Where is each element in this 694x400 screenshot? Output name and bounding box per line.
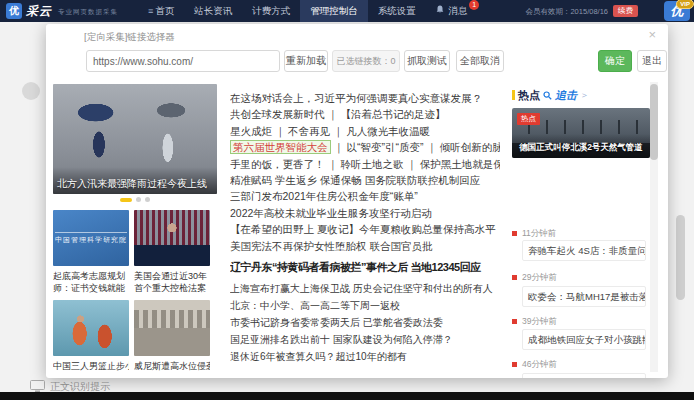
news-link[interactable]: 国足亚洲排名跌出前十 国家队建设为何陷入停滞？ [230, 331, 500, 348]
quit-button[interactable]: 退出 [637, 50, 667, 72]
section-accent-bar [512, 90, 515, 100]
news-link[interactable]: 上海宣布打赢大上海保卫战 历史会记住坚守和付出的所有人 [230, 280, 500, 297]
topbar: 优 采云 专业网页数据采集 ≡首页 站长资讯 计费方式 管理控制台 系统设置 消… [0, 0, 694, 22]
nav-item-console[interactable]: 管理控制台 [300, 0, 368, 22]
news-link[interactable]: 市委书记跻身省委常委两天后 已掌舵省委政法委 [230, 314, 500, 331]
link-selector-dialog: [定向采集]链接选择器 × 重新加载 已选链接数：0 抓取测试 全部取消 确定 … [46, 24, 668, 378]
hot-title: 热点 [518, 88, 540, 103]
magnifier-icon [543, 86, 552, 104]
page-scrollbar[interactable] [676, 215, 685, 300]
brand-tagline: 专业网页数据采集 [58, 8, 118, 17]
carousel-rain-photo[interactable]: 北方入汛来最强降雨过程今夜上线 [53, 84, 217, 194]
headline-link[interactable]: 星火成炬 ｜ 不舍再见 ｜ 凡人微光丰收温暖 [230, 123, 500, 139]
headline-link[interactable]: 共创全球发展新时代 ｜ 【沿着总书记的足迹】 [230, 106, 500, 122]
timeline-time: 11分钟前 [522, 228, 556, 240]
hot-pursuit-header: 热点 追击 ＞ [512, 88, 650, 102]
brand-logo-icon[interactable]: 优 [6, 3, 22, 19]
hot-feature-caption[interactable]: 德国正式叫停北溪2号天然气管道 [512, 134, 650, 158]
carousel-dots [53, 197, 217, 202]
sign-text: 中国管理科学研究院 [55, 232, 127, 245]
thumb-us-president[interactable] [134, 210, 210, 266]
thumb-caption[interactable]: 中国三人男篮止步小组赛 [53, 360, 129, 373]
url-input[interactable] [86, 50, 280, 72]
timeline-bullet-icon [512, 275, 517, 280]
hot-title-accent[interactable]: 追击 [555, 88, 577, 103]
carousel-dot[interactable] [145, 197, 150, 202]
news-list: 上海宣布打赢大上海保卫战 历史会记住坚守和付出的所有人 北京：中小学、高一高二等… [230, 280, 500, 365]
headline-link[interactable]: 2022年高校未就业毕业生服务攻坚行动启动 [230, 205, 500, 221]
bell-icon [436, 6, 447, 16]
bottom-bar [0, 392, 694, 400]
nav-item-webmaster-news[interactable]: 站长资讯 [184, 0, 242, 22]
timeline-time: 39分钟前 [522, 316, 557, 328]
headline-link[interactable]: 美国宪法不再保护女性堕胎权 联合国官员批 [230, 238, 500, 254]
timeline-item[interactable]: 欧委会：马航MH17是被击落 [522, 286, 646, 307]
hot-pursuit-panel: 热点 追击 ＞ 热点 德国正式叫停北溪2号天然气管道 11分钟前 奔驰车起火 4… [512, 88, 650, 102]
timeline-item[interactable]: 上海宣布打赢大上海保卫战 [522, 373, 646, 378]
hot-feature-card[interactable]: 热点 德国正式叫停北溪2号天然气管道 [512, 108, 650, 158]
thumb-academy-sign[interactable]: 中国管理科学研究院 [53, 210, 129, 266]
cancel-all-button[interactable]: 全部取消 [456, 50, 504, 72]
thumb-basketball[interactable] [53, 300, 129, 356]
headline-link[interactable]: 【在希望的田野上 夏收记】今年夏粮收购总量保持高水平 [230, 221, 500, 237]
message-count-badge: 1 [469, 0, 479, 10]
brand-name: 采云 [26, 3, 52, 20]
timeline-item[interactable]: 奔驰车起火 4S店：非质量问题 [522, 240, 646, 261]
headline-link[interactable]: 三部门发布2021年住房公积金年度“账单” [230, 188, 500, 204]
timeline-bullet-icon [512, 319, 517, 324]
renew-button[interactable]: 续费 [613, 5, 638, 17]
timeline-time: 29分钟前 [522, 272, 557, 284]
thumb-venice-flood[interactable] [134, 300, 210, 356]
headline-link[interactable]: 在这场对话会上，习近平为何强调要真心实意谋发展？ [230, 90, 500, 106]
news-link[interactable]: 退休近6年被查算久吗？超过10年的都有 [230, 348, 500, 365]
reload-button[interactable]: 重新加载 [284, 50, 328, 72]
carousel-dot-active[interactable] [120, 198, 132, 202]
nav-item-pricing[interactable]: 计费方式 [242, 0, 300, 22]
confirm-button[interactable]: 确定 [598, 50, 632, 72]
carousel-dot[interactable] [136, 197, 141, 202]
thumb-caption[interactable]: 起底高考志愿规划师：证书交钱就能拿 [53, 270, 129, 294]
headline-link-selected-row: 第六届世界智能大会 ｜ 以“智变”引“质变” ｜ 倾听创新的脉动 [230, 139, 500, 155]
grab-test-button[interactable]: 抓取测试 [404, 50, 450, 72]
screen: 正文识别提示 优 采云 专业网页数据采集 ≡首页 站长资讯 计费方式 管理控制台… [0, 0, 694, 400]
headline-rest[interactable]: ｜ 以“智变”引“质变” ｜ 倾听创新的脉动 [331, 141, 501, 153]
nav-item-settings[interactable]: 系统设置 [368, 0, 426, 22]
hot-badge: 热点 [517, 113, 540, 125]
headline-link[interactable]: 精准赋码 学生返乡 保通保畅 国务院联防联控机制回应 [230, 172, 500, 188]
news-link[interactable]: 北京：中小学、高一高二等下周一返校 [230, 297, 500, 314]
news-lead-headline[interactable]: 辽宁丹东“持黄码者看病被拦”事件之后 当地12345回应 [230, 260, 506, 275]
selected-link-highlight[interactable]: 第六届世界智能大会 [230, 140, 331, 154]
dialog-title: [定向采集]链接选择器 [84, 31, 175, 44]
timeline-bullet-icon [512, 362, 517, 367]
selected-link-count: 已选链接数：0 [332, 50, 400, 72]
headline-list: 在这场对话会上，习近平为何强调要真心实意谋发展？ 共创全球发展新时代 ｜ 【沿着… [230, 90, 500, 254]
chevron-right-icon[interactable]: ＞ [580, 89, 589, 102]
content-scrollbar-thumb[interactable] [650, 84, 658, 160]
thumb-caption[interactable]: 威尼斯遭高水位侵袭 圣 [134, 360, 210, 373]
vip-badge: VIP [676, 0, 694, 9]
timeline-item[interactable]: 成都地铁回应女子对小孩跳艳舞 [522, 329, 646, 350]
close-icon[interactable]: × [648, 27, 656, 42]
sidebar-avatar-icon[interactable] [22, 82, 40, 100]
headline-link[interactable]: 手里的饭，更香了！ ｜ 聆听土地之歌 ｜ 保护黑土地就是保护每个… [230, 156, 500, 172]
thumb-caption[interactable]: 美国会通过近30年首个重大控枪法案 [134, 270, 210, 294]
topbar-nav: ≡首页 站长资讯 计费方式 管理控制台 系统设置 消息 1 [138, 0, 477, 22]
home-icon: ≡ [148, 6, 153, 16]
carousel-caption[interactable]: 北方入汛来最强降雨过程今夜上线 [53, 167, 217, 194]
nav-item-messages[interactable]: 消息 1 [426, 0, 478, 22]
timeline-bullet-icon [512, 231, 517, 236]
nav-item-home[interactable]: ≡首页 [138, 0, 184, 22]
membership-expiry: 会员有效期：2015/08/16 [525, 7, 608, 17]
timeline-time: 46分钟前 [522, 359, 557, 371]
